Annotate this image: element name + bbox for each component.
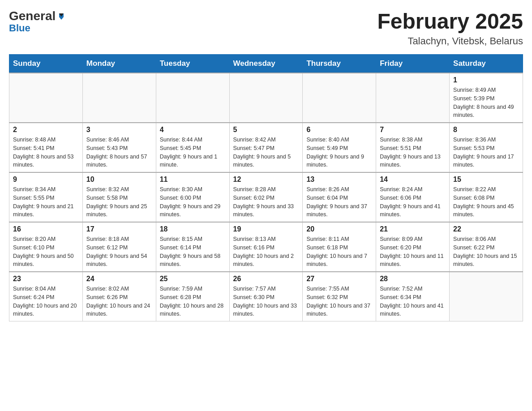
day-number: 19 (233, 225, 299, 233)
logo: General Blue (9, 9, 65, 34)
logo-arrow-icon (57, 13, 65, 21)
day-info: Sunrise: 8:32 AMSunset: 5:58 PMDaylight:… (86, 185, 152, 219)
calendar-cell (303, 73, 376, 123)
calendar-cell: 11Sunrise: 8:30 AMSunset: 6:00 PMDayligh… (156, 172, 229, 222)
logo-blue-text: Blue (9, 22, 30, 34)
day-number: 22 (453, 225, 519, 233)
calendar-cell (9, 73, 83, 123)
day-info: Sunrise: 8:26 AMSunset: 6:04 PMDaylight:… (306, 185, 372, 219)
day-info: Sunrise: 7:57 AMSunset: 6:30 PMDaylight:… (233, 285, 299, 318)
day-info: Sunrise: 8:40 AMSunset: 5:49 PMDaylight:… (306, 136, 372, 169)
day-info: Sunrise: 8:18 AMSunset: 6:12 PMDaylight:… (86, 235, 152, 269)
calendar-cell: 9Sunrise: 8:34 AMSunset: 5:55 PMDaylight… (9, 172, 83, 222)
day-info: Sunrise: 8:28 AMSunset: 6:02 PMDaylight:… (233, 185, 299, 219)
day-number: 27 (306, 275, 372, 283)
calendar-week-5: 23Sunrise: 8:04 AMSunset: 6:24 PMDayligh… (9, 272, 523, 321)
day-number: 3 (86, 126, 152, 134)
weekday-header-thursday: Thursday (303, 55, 376, 73)
day-info: Sunrise: 7:55 AMSunset: 6:32 PMDaylight:… (306, 285, 372, 318)
day-number: 1 (453, 76, 519, 84)
day-number: 5 (233, 126, 299, 134)
day-number: 18 (160, 225, 226, 233)
day-number: 28 (380, 275, 446, 283)
calendar-cell (156, 73, 229, 123)
day-info: Sunrise: 8:02 AMSunset: 6:26 PMDaylight:… (86, 285, 152, 318)
calendar-cell: 7Sunrise: 8:38 AMSunset: 5:51 PMDaylight… (376, 123, 450, 172)
day-info: Sunrise: 8:42 AMSunset: 5:47 PMDaylight:… (233, 136, 299, 169)
day-info: Sunrise: 8:15 AMSunset: 6:14 PMDaylight:… (160, 235, 226, 269)
calendar-cell: 21Sunrise: 8:09 AMSunset: 6:20 PMDayligh… (376, 222, 450, 272)
day-number: 2 (13, 126, 79, 134)
calendar-cell: 18Sunrise: 8:15 AMSunset: 6:14 PMDayligh… (156, 222, 229, 272)
day-number: 8 (453, 126, 519, 134)
calendar-subtitle: Talachyn, Vitebsk, Belarus (377, 35, 523, 47)
calendar-cell: 23Sunrise: 8:04 AMSunset: 6:24 PMDayligh… (9, 272, 83, 321)
day-info: Sunrise: 8:34 AMSunset: 5:55 PMDaylight:… (13, 185, 79, 219)
calendar-cell: 4Sunrise: 8:44 AMSunset: 5:45 PMDaylight… (156, 123, 229, 172)
day-info: Sunrise: 8:48 AMSunset: 5:41 PMDaylight:… (13, 136, 79, 169)
calendar-cell: 1Sunrise: 8:49 AMSunset: 5:39 PMDaylight… (450, 73, 523, 123)
calendar-cell: 6Sunrise: 8:40 AMSunset: 5:49 PMDaylight… (303, 123, 376, 172)
day-info: Sunrise: 8:44 AMSunset: 5:45 PMDaylight:… (160, 136, 226, 169)
calendar-cell: 3Sunrise: 8:46 AMSunset: 5:43 PMDaylight… (82, 123, 156, 172)
calendar-cell (450, 272, 523, 321)
day-number: 6 (306, 126, 372, 134)
calendar-cell: 20Sunrise: 8:11 AMSunset: 6:18 PMDayligh… (303, 222, 376, 272)
day-info: Sunrise: 7:59 AMSunset: 6:28 PMDaylight:… (160, 285, 226, 318)
weekday-header-tuesday: Tuesday (156, 55, 229, 73)
day-info: Sunrise: 8:06 AMSunset: 6:22 PMDaylight:… (453, 235, 519, 269)
day-number: 7 (380, 126, 446, 134)
calendar-cell: 19Sunrise: 8:13 AMSunset: 6:16 PMDayligh… (229, 222, 303, 272)
day-info: Sunrise: 8:38 AMSunset: 5:51 PMDaylight:… (380, 136, 446, 169)
weekday-header-saturday: Saturday (450, 55, 523, 73)
calendar-week-2: 2Sunrise: 8:48 AMSunset: 5:41 PMDaylight… (9, 123, 523, 172)
calendar-cell (82, 73, 156, 123)
calendar-cell: 12Sunrise: 8:28 AMSunset: 6:02 PMDayligh… (229, 172, 303, 222)
calendar-cell: 2Sunrise: 8:48 AMSunset: 5:41 PMDaylight… (9, 123, 83, 172)
day-number: 14 (380, 176, 446, 184)
weekday-header-wednesday: Wednesday (229, 55, 303, 73)
day-info: Sunrise: 8:22 AMSunset: 6:08 PMDaylight:… (453, 185, 519, 219)
day-info: Sunrise: 8:20 AMSunset: 6:10 PMDaylight:… (13, 235, 79, 269)
day-number: 4 (160, 126, 226, 134)
calendar-cell: 13Sunrise: 8:26 AMSunset: 6:04 PMDayligh… (303, 172, 376, 222)
calendar-title: February 2025 (377, 9, 523, 34)
day-number: 15 (453, 176, 519, 184)
calendar-cell: 22Sunrise: 8:06 AMSunset: 6:22 PMDayligh… (450, 222, 523, 272)
day-info: Sunrise: 8:11 AMSunset: 6:18 PMDaylight:… (306, 235, 372, 269)
day-number: 12 (233, 176, 299, 184)
day-number: 24 (86, 275, 152, 283)
weekday-header-monday: Monday (82, 55, 156, 73)
calendar-cell: 10Sunrise: 8:32 AMSunset: 5:58 PMDayligh… (82, 172, 156, 222)
weekday-header-friday: Friday (376, 55, 450, 73)
calendar-header: SundayMondayTuesdayWednesdayThursdayFrid… (9, 55, 523, 73)
day-number: 25 (160, 275, 226, 283)
title-block: February 2025 Talachyn, Vitebsk, Belarus (377, 9, 523, 47)
day-info: Sunrise: 8:36 AMSunset: 5:53 PMDaylight:… (453, 136, 519, 169)
day-number: 13 (306, 176, 372, 184)
calendar-week-1: 1Sunrise: 8:49 AMSunset: 5:39 PMDaylight… (9, 73, 523, 123)
logo-general-text: General (9, 9, 56, 23)
day-info: Sunrise: 8:13 AMSunset: 6:16 PMDaylight:… (233, 235, 299, 269)
calendar-cell: 27Sunrise: 7:55 AMSunset: 6:32 PMDayligh… (303, 272, 376, 321)
calendar-week-4: 16Sunrise: 8:20 AMSunset: 6:10 PMDayligh… (9, 222, 523, 272)
calendar-cell: 25Sunrise: 7:59 AMSunset: 6:28 PMDayligh… (156, 272, 229, 321)
day-number: 10 (86, 176, 152, 184)
day-number: 9 (13, 176, 79, 184)
calendar-cell: 8Sunrise: 8:36 AMSunset: 5:53 PMDaylight… (450, 123, 523, 172)
day-number: 16 (13, 225, 79, 233)
calendar-cell: 16Sunrise: 8:20 AMSunset: 6:10 PMDayligh… (9, 222, 83, 272)
calendar-week-3: 9Sunrise: 8:34 AMSunset: 5:55 PMDaylight… (9, 172, 523, 222)
day-info: Sunrise: 8:46 AMSunset: 5:43 PMDaylight:… (86, 136, 152, 169)
day-info: Sunrise: 8:24 AMSunset: 6:06 PMDaylight:… (380, 185, 446, 219)
day-number: 17 (86, 225, 152, 233)
day-number: 26 (233, 275, 299, 283)
day-info: Sunrise: 8:49 AMSunset: 5:39 PMDaylight:… (453, 86, 519, 120)
day-number: 21 (380, 225, 446, 233)
calendar-cell (229, 73, 303, 123)
day-info: Sunrise: 8:04 AMSunset: 6:24 PMDaylight:… (13, 285, 79, 318)
calendar-cell: 15Sunrise: 8:22 AMSunset: 6:08 PMDayligh… (450, 172, 523, 222)
page-header: General Blue February 2025 Talachyn, Vit… (9, 9, 523, 47)
calendar-cell: 5Sunrise: 8:42 AMSunset: 5:47 PMDaylight… (229, 123, 303, 172)
calendar-cell: 26Sunrise: 7:57 AMSunset: 6:30 PMDayligh… (229, 272, 303, 321)
